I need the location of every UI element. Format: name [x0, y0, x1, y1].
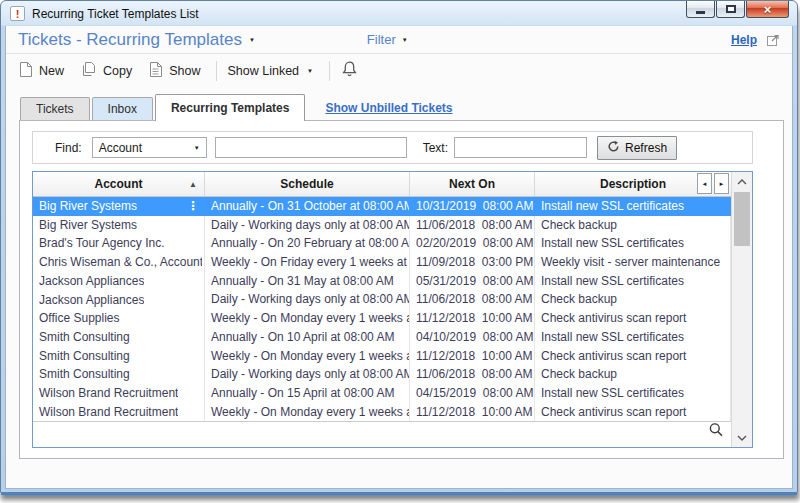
chevron-down-icon: ▼	[249, 37, 255, 43]
title-bar[interactable]: ! Recurring Ticket Templates List ×	[1, 1, 797, 26]
column-label: Account	[95, 177, 143, 191]
close-button[interactable]: ×	[746, 1, 789, 18]
cell-description: Check backup	[535, 216, 731, 235]
window-title: Recurring Ticket Templates List	[32, 7, 199, 21]
sort-ascending-icon: ▲	[189, 180, 197, 189]
table-row[interactable]: Office Supplies ⋮ Weekly - On Monday eve…	[33, 309, 731, 328]
cell-account: Smith Consulting ⋮	[33, 365, 205, 384]
cell-next-on: 11/06/2018 08:00 AM	[410, 290, 535, 309]
copy-button[interactable]: Copy	[80, 61, 132, 81]
new-page-icon	[18, 61, 33, 81]
cell-schedule: Weekly - On Monday every 1 weeks at 10:0…	[205, 347, 410, 366]
show-label: Show	[169, 64, 200, 78]
table-row[interactable]: Wilson Brand Recruitment ⋮ Annually - On…	[33, 384, 731, 403]
bell-icon	[340, 60, 359, 81]
table-columns-area: Account ▲ Schedule Next On Description	[33, 172, 731, 447]
toolbar-separator	[216, 61, 217, 81]
chevron-down-icon: ▼	[402, 37, 408, 43]
vertical-scrollbar[interactable]	[731, 172, 752, 447]
cell-account: Chris Wiseman & Co., Accountants I ⋮	[33, 253, 205, 272]
page-title-dropdown[interactable]: Tickets - Recurring Templates ▼	[18, 30, 255, 50]
refresh-label: Refresh	[625, 141, 667, 155]
cell-schedule: Annually - On 31 May at 08:00 AM	[205, 272, 410, 291]
show-button[interactable]: Show	[148, 61, 200, 81]
page-title: Tickets - Recurring Templates	[18, 30, 242, 50]
cell-account: Brad's Tour Agency Inc. ⋮	[33, 234, 205, 253]
notifications-button[interactable]	[340, 60, 359, 81]
horizontal-scroll-buttons: ◄ ►	[697, 173, 729, 194]
table-row[interactable]: Smith Consulting ⋮ Daily - Working days …	[33, 365, 731, 384]
column-header-next-on[interactable]: Next On	[410, 172, 535, 196]
table-body-area: Big River Systems ⋮ Annually - On 31 Oct…	[33, 197, 731, 447]
show-linked-button[interactable]: Show Linked ▼	[227, 64, 313, 78]
cell-description: Check backup	[535, 290, 731, 309]
help-link[interactable]: Help	[731, 33, 757, 47]
table-row[interactable]: Wilson Brand Recruitment ⋮ Weekly - On M…	[33, 403, 731, 422]
cell-next-on: 11/06/2018 08:00 AM	[410, 365, 535, 384]
app-header: Tickets - Recurring Templates ▼ Filter ▼…	[6, 26, 792, 53]
scroll-up-button[interactable]	[732, 172, 752, 191]
column-header-account[interactable]: Account ▲	[33, 172, 205, 196]
column-header-schedule[interactable]: Schedule	[205, 172, 410, 196]
table-row[interactable]: Jackson Appliances ⋮ Daily - Working day…	[33, 290, 731, 309]
table-row[interactable]: Big River Systems ⋮ Annually - On 31 Oct…	[33, 197, 731, 216]
cell-description: Check backup	[535, 365, 731, 384]
find-input[interactable]	[215, 137, 407, 158]
scroll-left-button[interactable]: ◄	[697, 173, 712, 194]
cell-next-on: 11/09/2018 03:00 PM	[410, 253, 535, 272]
column-label: Schedule	[280, 177, 333, 191]
cell-description: Install new SSL certificates	[535, 197, 731, 216]
window-controls: ×	[686, 1, 789, 18]
find-label: Find:	[55, 141, 82, 155]
scrollbar-thumb[interactable]	[734, 192, 750, 246]
cell-description: Install new SSL certificates	[535, 328, 731, 347]
minimize-button[interactable]	[686, 1, 715, 18]
popout-icon[interactable]	[766, 33, 780, 47]
chevron-down-icon: ▼	[194, 145, 200, 151]
table-row[interactable]: Big River Systems ⋮ Daily - Working days…	[33, 216, 731, 235]
tab-inbox[interactable]: Inbox	[92, 97, 153, 120]
find-bar: Find: Account ▼ Text: Refresh	[32, 131, 753, 164]
show-unbilled-tickets-link[interactable]: Show Unbilled Tickets	[325, 101, 452, 115]
table-header: Account ▲ Schedule Next On Description	[33, 172, 731, 197]
scroll-right-button[interactable]: ►	[714, 173, 729, 194]
new-button[interactable]: New	[18, 61, 64, 81]
cell-description: Check antivirus scan report	[535, 403, 731, 422]
cell-schedule: Annually - On 10 April at 08:00 AM	[205, 328, 410, 347]
table-row[interactable]: Chris Wiseman & Co., Accountants I ⋮ Wee…	[33, 253, 731, 272]
cell-account: Jackson Appliances ⋮	[33, 290, 205, 309]
cell-description: Install new SSL certificates	[535, 384, 731, 403]
scroll-down-button[interactable]	[732, 428, 752, 447]
find-field-value: Account	[99, 141, 142, 155]
table-row[interactable]: Smith Consulting ⋮ Annually - On 10 Apri…	[33, 328, 731, 347]
show-linked-label: Show Linked	[227, 64, 299, 78]
tab-panel: Find: Account ▼ Text: Refresh	[19, 120, 784, 459]
cell-schedule: Weekly - On Monday every 1 weeks at 10:0…	[205, 309, 410, 328]
maximize-button[interactable]	[716, 1, 745, 18]
templates-table: Account ▲ Schedule Next On Description	[32, 171, 753, 448]
cell-description: Weekly visit - server maintenance	[535, 253, 731, 272]
refresh-button[interactable]: Refresh	[597, 136, 677, 160]
text-label: Text:	[423, 141, 448, 155]
text-input[interactable]	[454, 137, 587, 158]
cell-schedule: Annually - On 15 April at 08:00 AM	[205, 384, 410, 403]
cell-schedule: Weekly - On Monday every 1 weeks at 10:0…	[205, 403, 410, 422]
cell-account: Smith Consulting ⋮	[33, 347, 205, 366]
table-row[interactable]: Smith Consulting ⋮ Weekly - On Monday ev…	[33, 347, 731, 366]
chevron-down-icon: ▼	[307, 68, 313, 74]
find-field-select[interactable]: Account ▼	[92, 137, 207, 158]
cell-description: Check antivirus scan report	[535, 309, 731, 328]
copy-label: Copy	[103, 64, 132, 78]
table-row[interactable]: Brad's Tour Agency Inc. ⋮ Annually - On …	[33, 234, 731, 253]
cell-schedule: Daily - Working days only at 08:00 AM	[205, 365, 410, 384]
filter-dropdown[interactable]: Filter ▼	[367, 32, 408, 47]
tab-tickets[interactable]: Tickets	[20, 97, 90, 120]
toolbar-separator	[329, 61, 330, 81]
window-content: Tickets - Recurring Templates ▼ Filter ▼…	[5, 26, 793, 489]
table-row[interactable]: Jackson Appliances ⋮ Annually - On 31 Ma…	[33, 272, 731, 291]
cell-next-on: 11/12/2018 10:00 AM	[410, 403, 535, 422]
magnifier-icon[interactable]	[708, 422, 724, 442]
cell-description: Install new SSL certificates	[535, 234, 731, 253]
row-menu-icon[interactable]: ⋮	[184, 197, 202, 215]
tab-recurring-templates[interactable]: Recurring Templates	[155, 94, 305, 121]
